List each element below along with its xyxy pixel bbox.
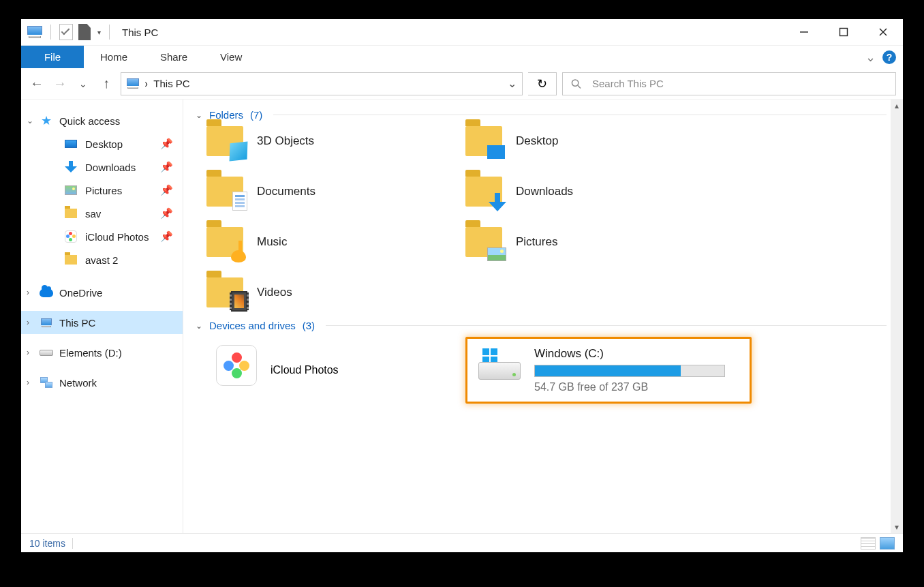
- address-dropdown-icon[interactable]: ⌄: [508, 77, 517, 90]
- drive-icon: [478, 348, 521, 380]
- nav-history-button[interactable]: ⌄: [74, 78, 92, 89]
- scroll-down-icon[interactable]: ▾: [891, 521, 903, 533]
- folder-icon: [206, 227, 243, 257]
- pin-icon: 📌: [160, 138, 173, 150]
- sidebar-item-label: avast 2: [85, 254, 118, 266]
- chevron-down-icon[interactable]: ⌄: [196, 110, 202, 120]
- folder-desktop[interactable]: Desktop: [465, 126, 724, 156]
- ribbon-collapse-icon[interactable]: ⌄: [865, 50, 876, 65]
- ribbon-tab-view[interactable]: View: [204, 46, 258, 68]
- folder-label: Videos: [257, 286, 292, 299]
- address-bar[interactable]: › This PC ⌄: [121, 72, 523, 95]
- sidebar-item-downloads[interactable]: Downloads 📌: [21, 155, 183, 179]
- sidebar-elements-d[interactable]: › Elements (D:): [21, 341, 183, 364]
- sidebar-item-avast-2[interactable]: avast 2: [21, 248, 183, 271]
- folder-icon: [65, 209, 77, 218]
- folder-label: 3D Objects: [257, 134, 314, 148]
- folder-label: Downloads: [516, 185, 573, 198]
- folder-3d-objects[interactable]: 3D Objects: [206, 126, 465, 156]
- search-input[interactable]: [591, 77, 887, 90]
- sidebar-item-label: Pictures: [85, 185, 122, 196]
- properties-qat-icon[interactable]: [59, 24, 73, 40]
- nav-back-button[interactable]: ←: [28, 76, 46, 91]
- sidebar-item-label: sav: [85, 208, 101, 220]
- help-button[interactable]: ?: [882, 50, 896, 64]
- sidebar-onedrive[interactable]: › OneDrive: [21, 281, 183, 304]
- vertical-scrollbar[interactable]: ▴ ▾: [891, 100, 903, 533]
- folder-downloads[interactable]: Downloads: [465, 177, 724, 207]
- sidebar-item-label: Elements (D:): [59, 347, 122, 359]
- file-tab[interactable]: File: [21, 46, 84, 68]
- folder-documents[interactable]: Documents: [206, 177, 465, 207]
- window-title: This PC: [122, 27, 158, 38]
- folder-icon: [206, 126, 243, 156]
- sidebar-quick-access[interactable]: ⌄ ★ Quick access: [21, 109, 183, 132]
- this-pc-icon: [41, 318, 52, 327]
- nav-forward-button[interactable]: →: [51, 76, 69, 91]
- sidebar-item-label: Downloads: [85, 162, 136, 173]
- hdd-icon: [40, 350, 53, 356]
- group-header-devices[interactable]: ⌄ Devices and drives (3): [196, 320, 887, 331]
- desktop-icon: [65, 140, 77, 148]
- folder-icon: [206, 277, 243, 307]
- breadcrumb-separator-icon[interactable]: ›: [145, 78, 148, 90]
- group-header-folders[interactable]: ⌄ Folders (7): [196, 109, 887, 121]
- ribbon-tab-home[interactable]: Home: [84, 46, 144, 68]
- sidebar-item-icloud-photos[interactable]: iCloud Photos 📌: [21, 225, 183, 248]
- pin-icon: 📌: [160, 230, 173, 243]
- view-tiles-button[interactable]: [880, 537, 895, 550]
- chevron-right-icon[interactable]: ›: [27, 378, 36, 387]
- view-details-button[interactable]: [861, 537, 876, 550]
- minimize-button[interactable]: [784, 19, 824, 45]
- sidebar-this-pc[interactable]: › This PC: [21, 311, 183, 334]
- photos-icon: [65, 230, 77, 243]
- download-icon: [65, 161, 77, 173]
- sidebar-item-pictures[interactable]: Pictures 📌: [21, 179, 183, 202]
- qat-dropdown-icon[interactable]: ▾: [97, 29, 101, 36]
- svg-point-4: [572, 79, 578, 85]
- network-icon: [40, 377, 52, 388]
- scroll-up-icon[interactable]: ▴: [891, 100, 903, 112]
- folder-music[interactable]: Music: [206, 227, 465, 257]
- file-explorer-window: ▾ This PC File Home Share View ⌄ ? ←: [21, 19, 903, 552]
- ribbon: File Home Share View ⌄ ?: [21, 45, 903, 68]
- folder-label: Pictures: [516, 235, 557, 249]
- device-icloud-photos[interactable]: iCloud Photos: [206, 337, 465, 404]
- content-area: ▴ ▾ ⌄ Folders (7) 3D Objects: [183, 100, 903, 533]
- maximize-button[interactable]: [824, 19, 863, 45]
- chevron-down-icon[interactable]: ⌄: [27, 116, 36, 125]
- chevron-down-icon[interactable]: ⌄: [196, 321, 202, 331]
- chevron-right-icon[interactable]: ›: [27, 318, 36, 327]
- search-icon: [571, 78, 581, 89]
- titlebar: ▾ This PC: [21, 19, 903, 45]
- breadcrumb-this-pc-icon: [127, 78, 139, 89]
- drive-free-text: 54.7 GB free of 237 GB: [534, 381, 725, 393]
- folder-icon: [206, 177, 243, 207]
- pictures-icon: [65, 185, 77, 195]
- sidebar-network[interactable]: › Network: [21, 371, 183, 394]
- ribbon-tab-share[interactable]: Share: [144, 46, 204, 68]
- drive-windows-c[interactable]: Windows (C:) 54.7 GB free of 237 GB: [465, 337, 752, 404]
- refresh-button[interactable]: ↻: [528, 72, 557, 95]
- chevron-right-icon[interactable]: ›: [27, 348, 36, 357]
- drive-capacity-bar: [534, 365, 725, 377]
- svg-rect-1: [840, 29, 848, 36]
- folder-pictures[interactable]: Pictures: [465, 227, 724, 257]
- sidebar-item-label: Desktop: [85, 138, 123, 150]
- close-button[interactable]: [863, 19, 903, 45]
- windows-logo-icon: [482, 348, 497, 363]
- this-pc-icon: [27, 26, 42, 38]
- chevron-right-icon[interactable]: ›: [27, 288, 36, 297]
- new-folder-qat-icon[interactable]: [78, 24, 91, 40]
- address-bar-row: ← → ⌄ ↑ › This PC ⌄ ↻: [21, 68, 903, 100]
- search-box[interactable]: [562, 72, 896, 95]
- breadcrumb-this-pc[interactable]: This PC: [153, 78, 189, 89]
- device-label: iCloud Photos: [271, 364, 339, 376]
- folder-videos[interactable]: Videos: [206, 277, 465, 307]
- pin-icon: 📌: [160, 207, 173, 220]
- nav-up-button[interactable]: ↑: [97, 76, 115, 91]
- sidebar-item-sav[interactable]: sav 📌: [21, 202, 183, 225]
- navigation-pane: ⌄ ★ Quick access Desktop 📌 Downloads 📌 P…: [21, 100, 183, 533]
- sidebar-item-label: iCloud Photos: [85, 231, 149, 243]
- sidebar-item-desktop[interactable]: Desktop 📌: [21, 132, 183, 155]
